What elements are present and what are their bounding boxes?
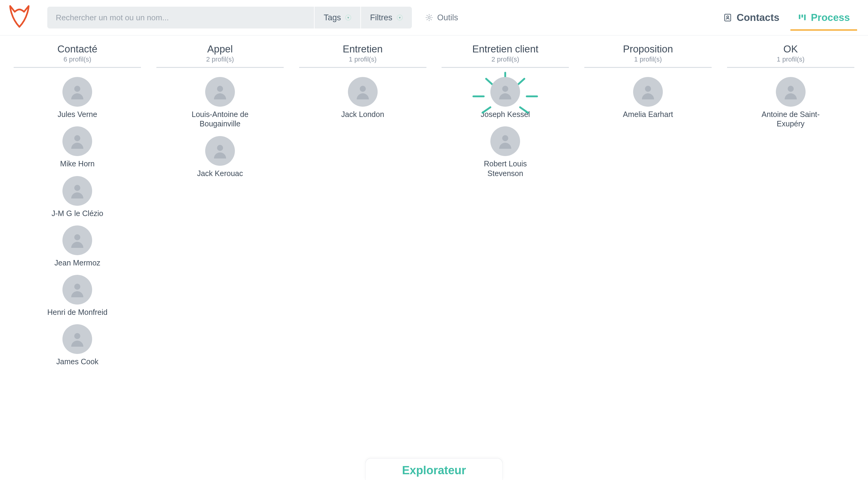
column-header: Appel 2 profil(s) (156, 43, 284, 68)
avatar (490, 77, 520, 107)
profile-card[interactable]: James Cook (38, 324, 117, 366)
profile-card[interactable]: Henri de Monfreid (38, 275, 117, 317)
explorer-tab[interactable]: Explorateur (365, 458, 502, 480)
kanban-column: Proposition 1 profil(s) Amelia Earhart (577, 43, 719, 374)
column-subtitle: 2 profil(s) (441, 56, 569, 63)
column-header: Entretien client 2 profil(s) (441, 43, 569, 68)
kanban-board: Contacté 6 profil(s) Jules Verne Mike Ho… (0, 35, 868, 374)
avatar (62, 324, 92, 354)
column-header: Proposition 1 profil(s) (584, 43, 712, 68)
tools-label: Outils (437, 13, 458, 23)
avatar (348, 77, 378, 107)
column-header: OK 1 profil(s) (727, 43, 855, 68)
chevron-down-icon: ▾ (345, 14, 351, 21)
svg-rect-4 (801, 14, 803, 18)
profile-name: Joseph Kessel (481, 110, 530, 119)
avatar (776, 77, 806, 107)
fox-icon (7, 5, 31, 30)
svg-point-13 (217, 145, 223, 151)
svg-point-11 (74, 333, 80, 339)
avatar (62, 77, 92, 107)
kanban-column: Entretien 1 profil(s) Jack London (291, 43, 434, 374)
chevron-down-icon: ▾ (397, 14, 403, 21)
profile-name: Amelia Earhart (623, 110, 673, 119)
svg-line-17 (518, 79, 524, 85)
profile-card[interactable]: Joseph Kessel (466, 77, 545, 119)
column-title: OK (727, 43, 855, 55)
profile-card[interactable]: Jack Kerouac (181, 136, 259, 178)
svg-point-0 (428, 17, 430, 19)
profile-name: Robert Louis Stevenson (472, 159, 538, 178)
column-title: Contacté (13, 43, 141, 55)
avatar (633, 77, 663, 107)
profile-card[interactable]: Antoine de Saint-Exupéry (751, 77, 830, 129)
profile-name: Jack Kerouac (197, 169, 243, 178)
kanban-column: OK 1 profil(s) Antoine de Saint-Exupéry (719, 43, 862, 374)
tools-button[interactable]: Outils (415, 13, 468, 23)
column-subtitle: 2 profil(s) (156, 56, 284, 63)
search-input[interactable] (47, 7, 314, 29)
profile-card[interactable]: J-M G le Clézio (38, 176, 117, 218)
column-title: Entretien (299, 43, 427, 55)
column-subtitle: 1 profil(s) (584, 56, 712, 63)
column-title: Entretien client (441, 43, 569, 55)
profile-name: Mike Horn (60, 159, 95, 168)
explorer-tab-label: Explorateur (402, 464, 466, 477)
contacts-icon (723, 13, 732, 22)
avatar (205, 77, 235, 107)
topbar: Tags ▾ Filtres ▾ Outils Contacts Process (0, 0, 868, 35)
gear-icon (425, 13, 433, 22)
search-bar: Tags ▾ Filtres ▾ (47, 7, 412, 29)
profile-name: J-M G le Clézio (52, 209, 103, 218)
nav-process[interactable]: Process (790, 9, 857, 31)
avatar (205, 136, 235, 166)
column-header: Entretien 1 profil(s) (299, 43, 427, 68)
column-subtitle: 1 profil(s) (299, 56, 427, 63)
profile-card[interactable]: Jean Mermoz (38, 225, 117, 267)
profile-name: Jules Verne (58, 110, 97, 119)
profile-name: James Cook (56, 357, 98, 366)
svg-point-7 (74, 135, 80, 141)
profile-name: Antoine de Saint-Exupéry (757, 110, 824, 129)
svg-point-22 (502, 86, 508, 92)
avatar (490, 126, 520, 156)
svg-point-23 (502, 135, 508, 141)
svg-rect-5 (804, 14, 806, 20)
tags-dropdown[interactable]: Tags ▾ (314, 7, 360, 29)
profile-name: Jack London (341, 110, 384, 119)
svg-point-9 (74, 234, 80, 240)
kanban-column: Appel 2 profil(s) Louis-Antoine de Bouga… (149, 43, 291, 374)
svg-point-2 (727, 16, 729, 18)
svg-line-16 (486, 79, 493, 85)
kanban-icon (798, 13, 807, 22)
profile-card[interactable]: Louis-Antoine de Bougainville (181, 77, 259, 129)
nav-contacts-label: Contacts (737, 12, 779, 23)
profile-name: Henri de Monfreid (47, 308, 107, 317)
app-logo[interactable] (7, 5, 32, 30)
svg-rect-3 (799, 14, 800, 19)
column-header: Contacté 6 profil(s) (13, 43, 141, 68)
profile-card[interactable]: Robert Louis Stevenson (466, 126, 545, 178)
filters-dropdown[interactable]: Filtres ▾ (360, 7, 412, 29)
nav-process-label: Process (811, 12, 850, 23)
profile-name: Jean Mermoz (55, 258, 100, 267)
profile-card[interactable]: Jack London (323, 77, 402, 119)
column-subtitle: 6 profil(s) (13, 56, 141, 63)
profile-card[interactable]: Jules Verne (38, 77, 117, 119)
svg-point-12 (217, 86, 223, 92)
svg-point-8 (74, 185, 80, 191)
column-subtitle: 1 profil(s) (727, 56, 855, 63)
profile-card[interactable]: Mike Horn (38, 126, 117, 168)
avatar (62, 275, 92, 305)
nav-contacts[interactable]: Contacts (716, 9, 786, 26)
tags-label: Tags (324, 13, 341, 23)
avatar (62, 126, 92, 156)
column-title: Proposition (584, 43, 712, 55)
avatar (62, 176, 92, 206)
avatar (62, 225, 92, 255)
svg-point-24 (645, 86, 651, 92)
svg-point-14 (360, 86, 366, 92)
kanban-column: Entretien client 2 profil(s) Joseph Kess… (434, 43, 577, 374)
kanban-column: Contacté 6 profil(s) Jules Verne Mike Ho… (6, 43, 149, 374)
profile-card[interactable]: Amelia Earhart (609, 77, 687, 119)
